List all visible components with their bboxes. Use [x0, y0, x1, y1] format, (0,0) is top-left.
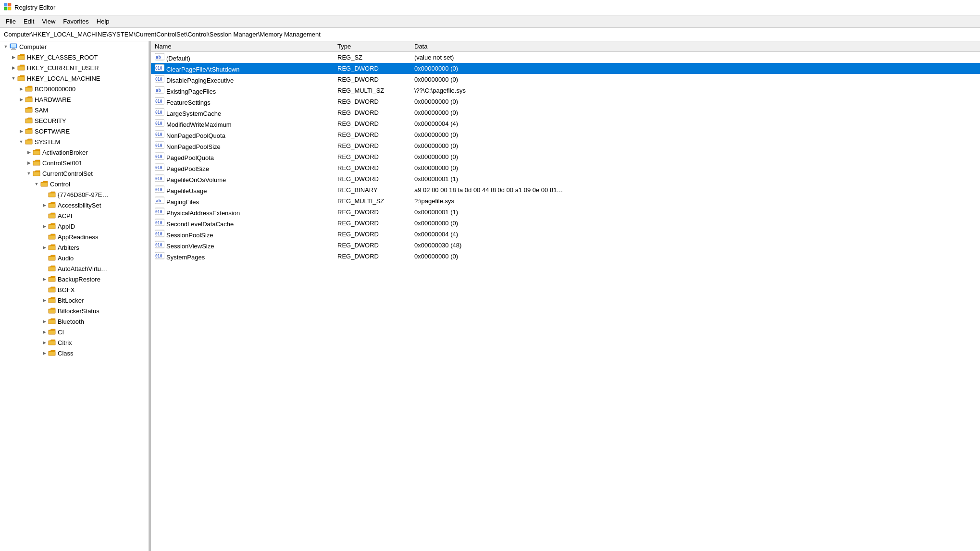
tree-item-security[interactable]: SECURITY [0, 115, 149, 126]
table-row[interactable]: 010 PagedPoolSizeREG_DWORD0x00000000 (0) [151, 162, 980, 173]
tree-toggle-accessibilityset[interactable] [40, 201, 48, 209]
tree-item-bcd00000000[interactable]: BCD00000000 [0, 84, 149, 94]
table-row[interactable]: 010 DisablePagingExecutiveREG_DWORD0x000… [151, 74, 980, 85]
table-row[interactable]: 010 NonPagedPoolSizeREG_DWORD0x00000000 … [151, 140, 980, 151]
tree-item-software[interactable]: SOFTWARE [0, 126, 149, 136]
tree-item-appid[interactable]: AppID [0, 221, 149, 232]
tree-toggle-controlset001[interactable] [25, 159, 33, 167]
col-data[interactable]: Data [410, 41, 980, 52]
menu-edit[interactable]: Edit [20, 16, 38, 26]
tree-item-7746d80f[interactable]: {7746D80F-97E… [0, 189, 149, 200]
tree-toggle-bcd00000000[interactable] [17, 85, 25, 93]
entry-name-text: ExistingPageFiles [166, 88, 216, 95]
tree-toggle-bitlockerstatus[interactable] [40, 307, 48, 315]
tree-item-audio[interactable]: Audio [0, 253, 149, 263]
table-row[interactable]: 010 LargeSystemCacheREG_DWORD0x00000000 … [151, 107, 980, 118]
tree-item-accessibilityset[interactable]: AccessibilitySet [0, 200, 149, 210]
tree-toggle-control[interactable] [33, 180, 40, 188]
tree-toggle-ci[interactable] [40, 328, 48, 336]
tree-item-appreadiness[interactable]: AppReadiness [0, 232, 149, 242]
tree-item-control[interactable]: Control [0, 179, 149, 189]
tree-item-ci[interactable]: CI [0, 327, 149, 337]
entry-name-text: PagefileUsage [166, 187, 207, 195]
table-row[interactable]: 010 SecondLevelDataCacheREG_DWORD0x00000… [151, 218, 980, 229]
table-row[interactable]: ab ExistingPageFilesREG_MULTI_SZ\??\C:\p… [151, 85, 980, 96]
menu-view[interactable]: View [38, 16, 59, 26]
tree-toggle-hardware[interactable] [17, 96, 25, 103]
tree-toggle-computer[interactable] [2, 43, 10, 50]
tree-item-citrix[interactable]: Citrix [0, 337, 149, 348]
svg-rect-1 [8, 3, 11, 6]
tree-toggle-system[interactable] [17, 138, 25, 146]
menu-favorites[interactable]: Favorites [59, 16, 92, 26]
tree-item-hkey_local_machine[interactable]: HKEY_LOCAL_MACHINE [0, 73, 149, 84]
tree-toggle-bluetooth[interactable] [40, 318, 48, 325]
entry-name: 010 FeatureSettings [151, 96, 334, 107]
table-row[interactable]: 010 PhysicalAddressExtensionREG_DWORD0x0… [151, 207, 980, 218]
table-row[interactable]: 010 PagefileUsageREG_BINARYa9 02 00 00 1… [151, 184, 980, 196]
table-row[interactable]: 010 SessionViewSizeREG_DWORD0x00000030 (… [151, 240, 980, 251]
tree-toggle-7746d80f[interactable] [40, 191, 48, 198]
tree-item-hkey_classes_root[interactable]: HKEY_CLASSES_ROOT [0, 52, 149, 62]
tree-item-currentcontrolset[interactable]: CurrentControlSet [0, 168, 149, 179]
tree-item-bgfx[interactable]: BGFX [0, 284, 149, 295]
menu-file[interactable]: File [2, 16, 20, 26]
tree-toggle-autoattachvirt[interactable] [40, 265, 48, 272]
table-row[interactable]: ab (Default)REG_SZ(value not set) [151, 52, 980, 63]
tree-toggle-backuprestore[interactable] [40, 275, 48, 283]
tree-item-sam[interactable]: SAM [0, 105, 149, 115]
tree-item-bluetooth[interactable]: Bluetooth [0, 316, 149, 327]
tree-label-autoattachvirt: AutoAttachVirtu… [58, 265, 107, 272]
table-row[interactable]: 010 PagefileOnOsVolumeREG_DWORD0x0000000… [151, 173, 980, 184]
tree-item-system[interactable]: SYSTEM [0, 136, 149, 147]
tree-toggle-citrix[interactable] [40, 339, 48, 346]
table-row[interactable]: 010 ClearPageFileAtShutdownREG_DWORD0x00… [151, 63, 980, 74]
tree-item-backuprestore[interactable]: BackupRestore [0, 274, 149, 284]
svg-text:010: 010 [155, 254, 162, 258]
col-type[interactable]: Type [334, 41, 410, 52]
tree-item-hkey_current_user[interactable]: HKEY_CURRENT_USER [0, 62, 149, 73]
table-row[interactable]: 010 PagedPoolQuotaREG_DWORD0x00000000 (0… [151, 151, 980, 162]
svg-text:010: 010 [155, 210, 162, 214]
tree-toggle-activationbroker[interactable] [25, 148, 33, 156]
table-row[interactable]: 010 NonPagedPoolQuotaREG_DWORD0x00000000… [151, 129, 980, 140]
tree-toggle-hkey_current_user[interactable] [10, 64, 17, 72]
tree-item-controlset001[interactable]: ControlSet001 [0, 158, 149, 168]
tree-item-acpi[interactable]: ACPI [0, 210, 149, 221]
tree-toggle-appreadiness[interactable] [40, 233, 48, 241]
tree-toggle-arbiters[interactable] [40, 244, 48, 251]
tree-item-hardware[interactable]: HARDWARE [0, 94, 149, 105]
tree-toggle-hkey_local_machine[interactable] [10, 74, 17, 82]
svg-rect-7 [11, 49, 16, 49]
tree-toggle-currentcontrolset[interactable] [25, 170, 33, 177]
table-row[interactable]: 010 SessionPoolSizeREG_DWORD0x00000004 (… [151, 229, 980, 240]
tree-panel[interactable]: Computer HKEY_CLASSES_ROOT HKEY_CURRENT_… [0, 41, 149, 551]
table-row[interactable]: ab PagingFilesREG_MULTI_SZ?:\pagefile.sy… [151, 196, 980, 207]
col-name[interactable]: Name [151, 41, 334, 52]
tree-toggle-hkey_classes_root[interactable] [10, 53, 17, 61]
table-row[interactable]: 010 ModifiedWriteMaximumREG_DWORD0x00000… [151, 118, 980, 129]
tree-toggle-security[interactable] [17, 117, 25, 124]
detail-panel[interactable]: Name Type Data ab (Default)REG_SZ(value … [151, 41, 980, 551]
tree-item-computer[interactable]: Computer [0, 41, 149, 52]
tree-toggle-bitlocker[interactable] [40, 296, 48, 304]
tree-toggle-sam[interactable] [17, 106, 25, 114]
dword-icon: 010 [155, 208, 164, 215]
entry-name: 010 PagefileOnOsVolume [151, 173, 334, 184]
table-row[interactable]: 010 SystemPagesREG_DWORD0x00000000 (0) [151, 251, 980, 262]
menu-help[interactable]: Help [93, 16, 113, 26]
tree-item-arbiters[interactable]: Arbiters [0, 242, 149, 253]
table-row[interactable]: 010 FeatureSettingsREG_DWORD0x00000000 (… [151, 96, 980, 107]
tree-item-autoattachvirt[interactable]: AutoAttachVirtu… [0, 263, 149, 274]
tree-toggle-acpi[interactable] [40, 212, 48, 220]
tree-toggle-class[interactable] [40, 349, 48, 357]
tree-item-bitlocker[interactable]: BitLocker [0, 295, 149, 306]
tree-item-class[interactable]: Class [0, 348, 149, 358]
tree-item-bitlockerstatus[interactable]: BitlockerStatus [0, 306, 149, 316]
tree-toggle-software[interactable] [17, 127, 25, 135]
entry-name: ab (Default) [151, 52, 334, 63]
tree-toggle-bgfx[interactable] [40, 286, 48, 294]
tree-toggle-appid[interactable] [40, 222, 48, 230]
tree-item-activationbroker[interactable]: ActivationBroker [0, 147, 149, 158]
tree-toggle-audio[interactable] [40, 254, 48, 262]
